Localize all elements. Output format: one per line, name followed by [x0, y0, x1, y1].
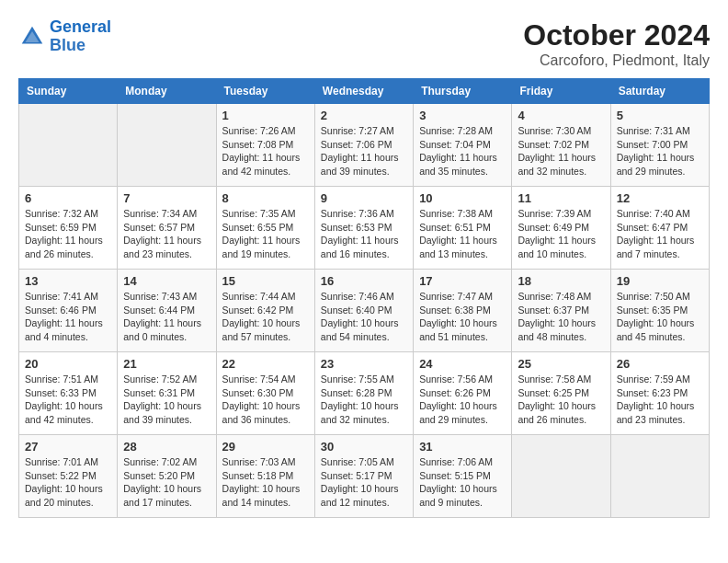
col-wednesday: Wednesday: [314, 79, 413, 104]
calendar-cell: 31Sunrise: 7:06 AM Sunset: 5:15 PM Dayli…: [414, 435, 512, 518]
day-number: 8: [222, 191, 309, 205]
calendar-cell: 16Sunrise: 7:46 AM Sunset: 6:40 PM Dayli…: [314, 270, 413, 352]
calendar-cell: 24Sunrise: 7:56 AM Sunset: 6:26 PM Dayli…: [414, 352, 512, 435]
day-info: Sunrise: 7:40 AM Sunset: 6:47 PM Dayligh…: [617, 207, 703, 261]
day-info: Sunrise: 7:58 AM Sunset: 6:25 PM Dayligh…: [518, 373, 604, 427]
day-info: Sunrise: 7:41 AM Sunset: 6:46 PM Dayligh…: [25, 290, 111, 344]
calendar-cell: 20Sunrise: 7:51 AM Sunset: 6:33 PM Dayli…: [19, 352, 118, 435]
day-info: Sunrise: 7:31 AM Sunset: 7:00 PM Dayligh…: [617, 124, 703, 178]
calendar-week-2: 6Sunrise: 7:32 AM Sunset: 6:59 PM Daylig…: [19, 187, 710, 270]
day-info: Sunrise: 7:39 AM Sunset: 6:49 PM Dayligh…: [518, 207, 604, 261]
title-block: October 2024 Carcoforo, Piedmont, Italy: [523, 18, 710, 69]
day-number: 6: [25, 191, 111, 205]
day-number: 3: [419, 109, 506, 122]
day-number: 18: [518, 274, 604, 288]
calendar-week-5: 27Sunrise: 7:01 AM Sunset: 5:22 PM Dayli…: [19, 435, 710, 518]
calendar-cell: 21Sunrise: 7:52 AM Sunset: 6:31 PM Dayli…: [118, 352, 216, 435]
logo-line1: General: [50, 17, 111, 36]
calendar-cell: [610, 435, 709, 518]
calendar-cell: 18Sunrise: 7:48 AM Sunset: 6:37 PM Dayli…: [512, 270, 610, 352]
page-header: General Blue October 2024 Carcoforo, Pie…: [18, 18, 710, 69]
day-info: Sunrise: 7:28 AM Sunset: 7:04 PM Dayligh…: [419, 124, 506, 178]
calendar-table: Sunday Monday Tuesday Wednesday Thursday…: [18, 78, 710, 518]
day-info: Sunrise: 7:02 AM Sunset: 5:20 PM Dayligh…: [123, 455, 210, 510]
calendar-cell: 11Sunrise: 7:39 AM Sunset: 6:49 PM Dayli…: [512, 187, 610, 270]
day-info: Sunrise: 7:34 AM Sunset: 6:57 PM Dayligh…: [123, 207, 210, 261]
day-number: 19: [617, 274, 703, 288]
calendar-cell: 22Sunrise: 7:54 AM Sunset: 6:30 PM Dayli…: [216, 352, 314, 435]
calendar-cell: 8Sunrise: 7:35 AM Sunset: 6:55 PM Daylig…: [216, 187, 314, 270]
day-info: Sunrise: 7:44 AM Sunset: 6:42 PM Dayligh…: [222, 290, 309, 344]
day-info: Sunrise: 7:56 AM Sunset: 6:26 PM Dayligh…: [419, 373, 506, 427]
day-number: 9: [321, 191, 407, 205]
calendar-cell: 23Sunrise: 7:55 AM Sunset: 6:28 PM Dayli…: [314, 352, 413, 435]
day-number: 28: [123, 440, 210, 454]
day-number: 5: [617, 109, 703, 122]
day-number: 24: [419, 357, 506, 371]
day-info: Sunrise: 7:38 AM Sunset: 6:51 PM Dayligh…: [419, 207, 506, 261]
day-number: 23: [321, 357, 407, 371]
calendar-cell: 1Sunrise: 7:26 AM Sunset: 7:08 PM Daylig…: [216, 104, 314, 187]
day-number: 17: [419, 274, 506, 288]
day-number: 20: [25, 357, 111, 371]
calendar-cell: 5Sunrise: 7:31 AM Sunset: 7:00 PM Daylig…: [610, 104, 709, 187]
col-thursday: Thursday: [414, 79, 512, 104]
day-number: 27: [25, 440, 111, 454]
day-info: Sunrise: 7:03 AM Sunset: 5:18 PM Dayligh…: [222, 455, 309, 510]
day-info: Sunrise: 7:35 AM Sunset: 6:55 PM Dayligh…: [222, 207, 309, 261]
calendar-cell: 2Sunrise: 7:27 AM Sunset: 7:06 PM Daylig…: [314, 104, 413, 187]
day-info: Sunrise: 7:36 AM Sunset: 6:53 PM Dayligh…: [321, 207, 407, 261]
calendar-cell: [118, 104, 216, 187]
day-info: Sunrise: 7:46 AM Sunset: 6:40 PM Dayligh…: [321, 290, 407, 344]
day-number: 10: [419, 191, 506, 205]
calendar-week-4: 20Sunrise: 7:51 AM Sunset: 6:33 PM Dayli…: [19, 352, 710, 435]
col-tuesday: Tuesday: [216, 79, 314, 104]
location-title: Carcoforo, Piedmont, Italy: [523, 52, 710, 69]
day-info: Sunrise: 7:51 AM Sunset: 6:33 PM Dayligh…: [25, 373, 111, 427]
day-info: Sunrise: 7:43 AM Sunset: 6:44 PM Dayligh…: [123, 290, 210, 344]
calendar-cell: 29Sunrise: 7:03 AM Sunset: 5:18 PM Dayli…: [216, 435, 314, 518]
logo: General Blue: [18, 18, 111, 55]
calendar-cell: 7Sunrise: 7:34 AM Sunset: 6:57 PM Daylig…: [118, 187, 216, 270]
calendar-body: 1Sunrise: 7:26 AM Sunset: 7:08 PM Daylig…: [19, 104, 710, 518]
day-info: Sunrise: 7:05 AM Sunset: 5:17 PM Dayligh…: [321, 455, 407, 510]
day-number: 21: [123, 357, 210, 371]
day-info: Sunrise: 7:26 AM Sunset: 7:08 PM Dayligh…: [222, 124, 309, 178]
day-number: 26: [617, 357, 703, 371]
day-info: Sunrise: 7:32 AM Sunset: 6:59 PM Dayligh…: [25, 207, 111, 261]
calendar-cell: 15Sunrise: 7:44 AM Sunset: 6:42 PM Dayli…: [216, 270, 314, 352]
calendar-cell: 30Sunrise: 7:05 AM Sunset: 5:17 PM Dayli…: [314, 435, 413, 518]
day-info: Sunrise: 7:06 AM Sunset: 5:15 PM Dayligh…: [419, 455, 506, 510]
col-saturday: Saturday: [610, 79, 709, 104]
calendar-week-3: 13Sunrise: 7:41 AM Sunset: 6:46 PM Dayli…: [19, 270, 710, 352]
day-number: 22: [222, 357, 309, 371]
calendar-cell: 17Sunrise: 7:47 AM Sunset: 6:38 PM Dayli…: [414, 270, 512, 352]
calendar-cell: 3Sunrise: 7:28 AM Sunset: 7:04 PM Daylig…: [414, 104, 512, 187]
day-info: Sunrise: 7:50 AM Sunset: 6:35 PM Dayligh…: [617, 290, 703, 344]
day-info: Sunrise: 7:48 AM Sunset: 6:37 PM Dayligh…: [518, 290, 604, 344]
day-number: 25: [518, 357, 604, 371]
calendar-cell: 10Sunrise: 7:38 AM Sunset: 6:51 PM Dayli…: [414, 187, 512, 270]
day-number: 14: [123, 274, 210, 288]
day-info: Sunrise: 7:27 AM Sunset: 7:06 PM Dayligh…: [321, 124, 407, 178]
calendar-cell: 26Sunrise: 7:59 AM Sunset: 6:23 PM Dayli…: [610, 352, 709, 435]
day-info: Sunrise: 7:47 AM Sunset: 6:38 PM Dayligh…: [419, 290, 506, 344]
month-title: October 2024: [523, 18, 710, 52]
day-info: Sunrise: 7:55 AM Sunset: 6:28 PM Dayligh…: [321, 373, 407, 427]
calendar-cell: [512, 435, 610, 518]
col-friday: Friday: [512, 79, 610, 104]
calendar-cell: [19, 104, 118, 187]
calendar-cell: 4Sunrise: 7:30 AM Sunset: 7:02 PM Daylig…: [512, 104, 610, 187]
day-info: Sunrise: 7:01 AM Sunset: 5:22 PM Dayligh…: [25, 455, 111, 510]
calendar-cell: 6Sunrise: 7:32 AM Sunset: 6:59 PM Daylig…: [19, 187, 118, 270]
day-number: 29: [222, 440, 309, 454]
day-number: 15: [222, 274, 309, 288]
day-number: 31: [419, 440, 506, 454]
day-number: 7: [123, 191, 210, 205]
day-number: 30: [321, 440, 407, 454]
calendar-week-1: 1Sunrise: 7:26 AM Sunset: 7:08 PM Daylig…: [19, 104, 710, 187]
calendar-header: Sunday Monday Tuesday Wednesday Thursday…: [19, 79, 710, 104]
day-number: 12: [617, 191, 703, 205]
calendar-cell: 27Sunrise: 7:01 AM Sunset: 5:22 PM Dayli…: [19, 435, 118, 518]
col-monday: Monday: [118, 79, 216, 104]
